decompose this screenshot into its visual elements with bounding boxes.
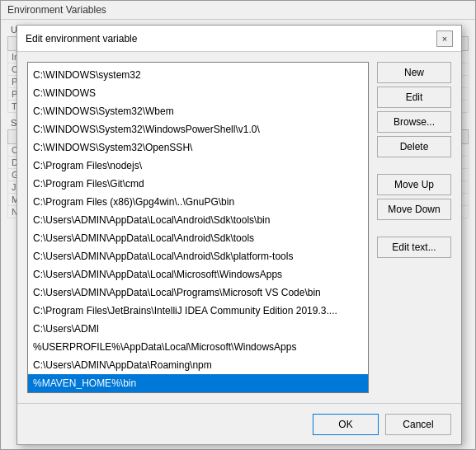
list-item[interactable]: C:\Users\ADMIN\AppData\Roaming\npm	[28, 356, 368, 374]
list-item[interactable]: C:\WINDOWS	[28, 84, 368, 102]
outer-window-title: Environment Variables	[7, 4, 106, 16]
list-item[interactable]: C:\Program Files\nodejs\	[28, 157, 368, 175]
modal-titlebar: Edit environment variable ×	[17, 26, 461, 52]
list-item[interactable]: C:\WINDOWS\System32\OpenSSH\	[28, 138, 368, 157]
move-down-button[interactable]: Move Down	[377, 199, 451, 220]
list-item[interactable]: C:\WINDOWS\System32\Wbem	[28, 102, 368, 120]
list-item[interactable]: C:\Users\ADMIN\AppData\Local\Android\Sdk…	[28, 247, 368, 265]
cancel-button[interactable]: Cancel	[385, 414, 451, 435]
edit-button[interactable]: Edit	[377, 87, 451, 108]
close-button[interactable]: ×	[436, 30, 453, 47]
edit-text-button[interactable]: Edit text...	[377, 237, 451, 258]
modal-body: C:\ProgramData\DockerDesktop\version-bin…	[17, 52, 461, 403]
list-item[interactable]: %USERPROFILE%\AppData\Local\Microsoft\Wi…	[28, 338, 368, 356]
modal-title: Edit environment variable	[26, 33, 137, 45]
list-item[interactable]: C:\Users\ADMIN\AppData\Local\Programs\Mi…	[28, 284, 368, 302]
list-item[interactable]: %MAVEN_HOME%\bin	[28, 374, 368, 392]
browse-button[interactable]: Browse...	[377, 111, 451, 133]
outer-titlebar: Environment Variables	[1, 1, 475, 20]
ok-button[interactable]: OK	[313, 414, 379, 435]
button-panel: New Edit Browse... Delete Move Up Move D…	[377, 62, 451, 393]
move-up-button[interactable]: Move Up	[377, 174, 451, 195]
list-item[interactable]: C:\WINDOWS\System32\WindowsPowerShell\v1…	[28, 120, 368, 138]
modal-footer: OK Cancel	[17, 403, 461, 444]
list-item[interactable]: C:\Program Files\JetBrains\IntelliJ IDEA…	[28, 302, 368, 320]
new-button[interactable]: New	[377, 62, 451, 83]
list-item[interactable]: C:\WINDOWS\system32	[28, 66, 368, 84]
delete-button[interactable]: Delete	[377, 136, 451, 157]
list-item[interactable]: C:\Program Files\Git\cmd	[28, 175, 368, 193]
list-item[interactable]: C:\Users\ADMI	[28, 320, 368, 338]
edit-env-variable-dialog: Edit environment variable × C:\ProgramDa…	[16, 25, 462, 445]
list-item[interactable]: C:\Users\ADMIN\AppData\Local\Android\Sdk…	[28, 211, 368, 229]
env-variable-list[interactable]: C:\ProgramData\DockerDesktop\version-bin…	[27, 62, 369, 393]
list-item[interactable]: C:\Users\ADMIN\AppData\Local\Android\Sdk…	[28, 229, 368, 247]
list-item[interactable]: C:\Program Files (x86)\Gpg4win\..\GnuPG\…	[28, 193, 368, 211]
list-item[interactable]: C:\Users\ADMIN\AppData\Local\Microsoft\W…	[28, 265, 368, 284]
